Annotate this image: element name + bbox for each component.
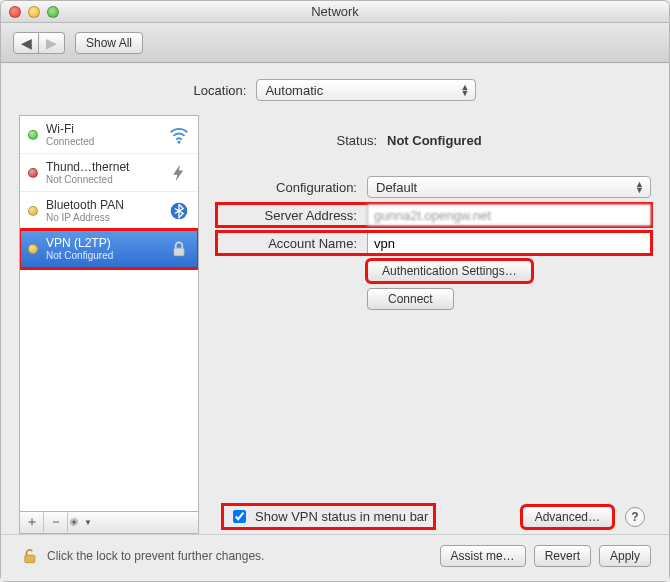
detail-footer: Show VPN status in menu bar Advanced… ?: [217, 503, 651, 534]
sidebar-list: Wi-Fi Connected Thund…thernet Not Connec…: [19, 115, 199, 512]
sidebar-item-label: Wi-Fi: [46, 122, 160, 136]
traffic-lights: [9, 6, 59, 18]
show-vpn-status-row: Show VPN status in menu bar: [223, 505, 434, 528]
detail-pane: Status: Not Configured Configuration: De…: [217, 115, 651, 534]
status-value: Not Configured: [387, 133, 482, 148]
server-address-row: Server Address:: [217, 204, 651, 226]
chevron-left-icon: ◀: [21, 35, 32, 51]
gear-icon: [68, 516, 80, 528]
sidebar-item-status: No IP Address: [46, 212, 160, 223]
window-footer: Click the lock to prevent further change…: [1, 534, 669, 581]
remove-service-button[interactable]: －: [44, 512, 68, 532]
thunderbolt-icon: [168, 162, 190, 184]
lock-text: Click the lock to prevent further change…: [47, 549, 264, 563]
status-row: Status: Not Configured: [317, 133, 651, 148]
connect-button[interactable]: Connect: [367, 288, 454, 310]
status-dot-icon: [28, 206, 38, 216]
sidebar-item-text: Bluetooth PAN No IP Address: [46, 198, 160, 223]
status-dot-icon: [28, 130, 38, 140]
server-address-input[interactable]: [367, 204, 651, 226]
apply-button[interactable]: Apply: [599, 545, 651, 567]
nav-group: ◀ ▶: [13, 32, 65, 54]
configuration-label: Configuration:: [217, 180, 357, 195]
revert-button[interactable]: Revert: [534, 545, 591, 567]
chevron-updown-icon: ▲▼: [460, 84, 469, 96]
sidebar-item-status: Not Connected: [46, 174, 160, 185]
wifi-icon: [168, 124, 190, 146]
status-dot-icon: [28, 244, 38, 254]
show-all-button[interactable]: Show All: [75, 32, 143, 54]
help-button[interactable]: ?: [625, 507, 645, 527]
account-name-input[interactable]: [367, 232, 651, 254]
network-preferences-window: Network ◀ ▶ Show All Location: Automatic…: [0, 0, 670, 582]
svg-point-0: [178, 140, 181, 143]
toolbar: ◀ ▶ Show All: [1, 23, 669, 63]
sidebar-item-text: Wi-Fi Connected: [46, 122, 160, 147]
status-dot-icon: [28, 168, 38, 178]
location-label: Location:: [194, 83, 247, 98]
minimize-icon[interactable]: [28, 6, 40, 18]
status-label: Status:: [317, 133, 377, 148]
assist-me-button[interactable]: Assist me…: [440, 545, 526, 567]
location-select[interactable]: Automatic ▲▼: [256, 79, 476, 101]
location-row: Location: Automatic ▲▼: [1, 63, 669, 115]
chevron-updown-icon: ▲▼: [635, 181, 644, 193]
add-service-button[interactable]: ＋: [20, 512, 44, 532]
window-title: Network: [1, 4, 669, 19]
server-address-label: Server Address:: [217, 208, 357, 223]
lock-icon: [168, 238, 190, 260]
authentication-settings-button[interactable]: Authentication Settings…: [367, 260, 532, 282]
location-value: Automatic: [265, 83, 323, 98]
advanced-button[interactable]: Advanced…: [522, 506, 613, 528]
zoom-icon[interactable]: [47, 6, 59, 18]
configuration-select[interactable]: Default ▲▼: [367, 176, 651, 198]
sidebar: Wi-Fi Connected Thund…thernet Not Connec…: [19, 115, 199, 534]
show-vpn-status-label: Show VPN status in menu bar: [255, 509, 428, 524]
sidebar-item-bluetooth-pan[interactable]: Bluetooth PAN No IP Address: [20, 192, 198, 230]
sidebar-item-thunderbolt-ethernet[interactable]: Thund…thernet Not Connected: [20, 154, 198, 192]
body: Wi-Fi Connected Thund…thernet Not Connec…: [1, 115, 669, 534]
bluetooth-icon: [168, 200, 190, 222]
footer-buttons: Assist me… Revert Apply: [440, 545, 651, 567]
configuration-value: Default: [376, 180, 417, 195]
svg-rect-4: [25, 555, 35, 563]
titlebar: Network: [1, 1, 669, 23]
sidebar-item-label: VPN (L2TP): [46, 236, 160, 250]
svg-rect-2: [174, 248, 184, 256]
sidebar-item-status: Not Configured: [46, 250, 160, 261]
sidebar-item-label: Thund…thernet: [46, 160, 160, 174]
sidebar-item-vpn-l2tp[interactable]: VPN (L2TP) Not Configured: [20, 230, 198, 268]
unlock-icon[interactable]: [19, 546, 39, 566]
sidebar-item-status: Connected: [46, 136, 160, 147]
show-vpn-status-checkbox[interactable]: [233, 510, 246, 523]
sidebar-actions: ＋ － ▼: [19, 512, 199, 534]
sidebar-item-label: Bluetooth PAN: [46, 198, 160, 212]
sidebar-item-text: Thund…thernet Not Connected: [46, 160, 160, 185]
account-name-label: Account Name:: [217, 236, 357, 251]
chevron-right-icon: ▶: [46, 35, 57, 51]
sidebar-item-text: VPN (L2TP) Not Configured: [46, 236, 160, 261]
sidebar-item-wifi[interactable]: Wi-Fi Connected: [20, 116, 198, 154]
configuration-row: Configuration: Default ▲▼: [217, 176, 651, 198]
back-button[interactable]: ◀: [13, 32, 39, 54]
chevron-down-icon: ▼: [84, 518, 92, 527]
action-buttons: Authentication Settings… Connect: [367, 260, 651, 310]
lock-row: Click the lock to prevent further change…: [19, 546, 440, 566]
service-options-button[interactable]: ▼: [68, 512, 92, 532]
close-icon[interactable]: [9, 6, 21, 18]
account-name-row: Account Name:: [217, 232, 651, 254]
forward-button[interactable]: ▶: [39, 32, 65, 54]
